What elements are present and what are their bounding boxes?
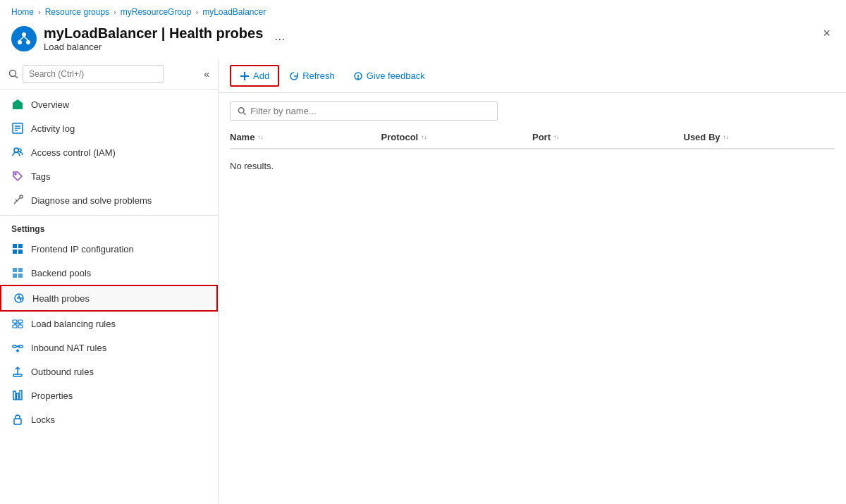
outbound-rules-icon: [11, 365, 24, 378]
refresh-button[interactable]: Refresh: [281, 66, 343, 85]
breadcrumb-resource-group[interactable]: myResourceGroup: [121, 7, 192, 17]
feedback-icon: [353, 71, 363, 81]
breadcrumb-resource-groups[interactable]: Resource groups: [45, 7, 109, 17]
col-header-usedby[interactable]: Used By ↑↓: [684, 132, 835, 142]
refresh-icon: [289, 71, 299, 81]
iam-label: Access control (IAM): [31, 147, 116, 158]
sidebar-item-backend-pools[interactable]: Backend pools: [0, 261, 218, 285]
overview-icon: [11, 98, 24, 111]
svg-rect-22: [13, 273, 17, 278]
lb-rules-icon: [11, 317, 24, 330]
sidebar-item-lb-rules[interactable]: Load balancing rules: [0, 312, 218, 336]
sidebar-item-outbound-rules[interactable]: Outbound rules: [0, 359, 218, 383]
sidebar-item-health-probes[interactable]: Health probes: [0, 285, 218, 312]
filter-bar: [219, 93, 846, 126]
tags-icon: [11, 170, 24, 183]
svg-point-47: [238, 108, 244, 113]
main-content: Add Refresh Give feedback Name: [219, 59, 846, 503]
svg-marker-7: [13, 99, 23, 109]
filter-input-wrapper: [230, 102, 498, 121]
sidebar-item-tags[interactable]: Tags: [0, 164, 218, 188]
sort-arrows-usedby: ↑↓: [723, 135, 729, 140]
svg-rect-16: [13, 244, 17, 248]
svg-point-5: [10, 70, 16, 77]
svg-rect-39: [17, 393, 19, 400]
diagnose-icon: [11, 194, 24, 207]
svg-point-2: [26, 40, 30, 44]
svg-point-1: [18, 40, 22, 44]
sidebar-item-frontend-ip[interactable]: Frontend IP configuration: [0, 237, 218, 261]
more-options-button[interactable]: ···: [270, 30, 289, 48]
col-header-port[interactable]: Port ↑↓: [532, 132, 684, 142]
health-probes-label: Health probes: [32, 293, 90, 304]
sidebar: « Overview Activity log: [0, 59, 219, 503]
col-header-protocol[interactable]: Protocol ↑↓: [381, 132, 533, 142]
nat-rules-icon: [11, 341, 24, 354]
locks-icon: [11, 413, 24, 426]
iam-icon: [11, 146, 24, 159]
lb-rules-label: Load balancing rules: [31, 319, 116, 329]
sidebar-item-locks[interactable]: Locks: [0, 407, 218, 431]
add-button[interactable]: Add: [230, 65, 279, 87]
outbound-rules-label: Outbound rules: [31, 367, 94, 377]
frontend-ip-icon: [11, 242, 24, 255]
svg-rect-26: [18, 320, 23, 323]
svg-point-0: [22, 32, 26, 37]
sidebar-item-iam[interactable]: Access control (IAM): [0, 140, 218, 164]
collapse-sidebar-button[interactable]: «: [204, 68, 209, 80]
sidebar-search-area: «: [0, 59, 218, 90]
svg-rect-18: [13, 250, 17, 254]
filter-search-icon: [238, 106, 246, 116]
sort-arrows-port: ↑↓: [553, 135, 559, 140]
svg-rect-17: [18, 244, 23, 248]
main-layout: « Overview Activity log: [0, 59, 846, 503]
breadcrumb-resource[interactable]: myLoadBalancer: [202, 7, 266, 17]
sort-arrows-protocol: ↑↓: [421, 135, 427, 140]
sidebar-search-input[interactable]: [23, 65, 164, 83]
svg-rect-32: [13, 345, 16, 348]
sidebar-item-inbound-nat[interactable]: Inbound NAT rules: [0, 336, 218, 359]
svg-line-48: [244, 113, 246, 115]
svg-line-4: [24, 37, 28, 40]
sidebar-item-overview[interactable]: Overview: [0, 92, 218, 116]
breadcrumb-home[interactable]: Home: [11, 7, 34, 17]
properties-label: Properties: [31, 391, 73, 401]
inbound-nat-label: Inbound NAT rules: [31, 343, 106, 353]
activity-log-icon: [11, 122, 24, 135]
sidebar-item-diagnose[interactable]: Diagnose and solve problems: [0, 188, 218, 212]
settings-section-header: Settings: [0, 215, 218, 237]
sidebar-item-properties[interactable]: Properties: [0, 383, 218, 407]
overview-label: Overview: [31, 99, 69, 110]
feedback-button[interactable]: Give feedback: [345, 66, 434, 85]
svg-point-12: [14, 148, 18, 152]
svg-point-46: [357, 78, 358, 78]
table-header: Name ↑↓ Protocol ↑↓ Port ↑↓ Used By ↑↓: [230, 126, 835, 149]
frontend-ip-label: Frontend IP configuration: [31, 244, 134, 254]
sidebar-nav: Overview Activity log Access control (IA…: [0, 90, 218, 503]
svg-rect-37: [13, 374, 22, 376]
svg-line-6: [16, 76, 18, 79]
resource-icon: [11, 26, 37, 51]
page-header: myLoadBalancer | Health probes Load bala…: [0, 21, 846, 59]
svg-rect-27: [13, 325, 17, 328]
health-probes-icon: [13, 292, 25, 305]
svg-rect-41: [14, 419, 21, 424]
svg-rect-28: [18, 325, 23, 328]
backend-pools-icon: [11, 266, 24, 279]
svg-line-3: [20, 37, 24, 40]
empty-message: No results.: [230, 149, 835, 183]
sidebar-item-activity-log[interactable]: Activity log: [0, 116, 218, 140]
svg-rect-40: [20, 391, 22, 400]
activity-log-label: Activity log: [31, 123, 75, 134]
data-table: Name ↑↓ Protocol ↑↓ Port ↑↓ Used By ↑↓ N…: [219, 126, 846, 503]
tags-label: Tags: [31, 171, 50, 182]
svg-rect-23: [18, 273, 23, 278]
close-button[interactable]: ×: [819, 25, 835, 41]
col-header-name[interactable]: Name ↑↓: [230, 132, 381, 142]
filter-input[interactable]: [250, 106, 490, 116]
svg-point-13: [18, 149, 21, 152]
search-icon: [8, 69, 18, 79]
svg-point-15: [20, 195, 23, 198]
page-title: myLoadBalancer | Health probes: [44, 25, 263, 42]
properties-icon: [11, 389, 24, 402]
